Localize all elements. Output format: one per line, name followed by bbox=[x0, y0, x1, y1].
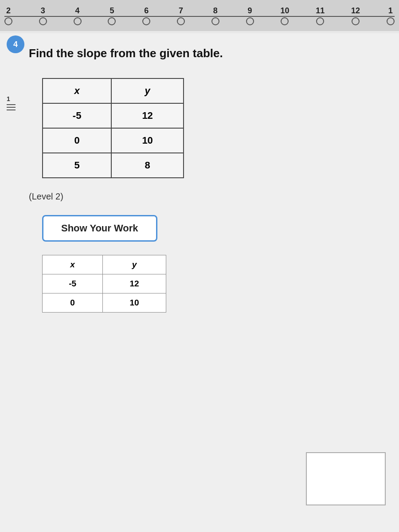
col-header-x: x bbox=[43, 78, 111, 103]
nl-item-circle bbox=[211, 17, 219, 25]
nl-item-circle bbox=[108, 17, 116, 25]
table-row: 010 bbox=[43, 128, 184, 153]
nl-item-label: 6 bbox=[144, 6, 149, 16]
nl-item: 1 bbox=[387, 6, 395, 25]
work-table: x y -512010 bbox=[42, 255, 166, 313]
work-table-wrapper: x y -512010 bbox=[42, 255, 386, 313]
table-cell: 0 bbox=[43, 128, 111, 153]
nl-item: 6 bbox=[142, 6, 150, 25]
nl-item-label: 2 bbox=[6, 6, 11, 16]
nl-item: 2 bbox=[4, 6, 12, 25]
nl-item-label: 11 bbox=[316, 6, 325, 16]
table-cell: -5 bbox=[43, 103, 111, 128]
level-label: (Level 2) bbox=[29, 192, 386, 202]
question-text: Find the slope from the given table. bbox=[29, 47, 386, 60]
table-cell: 0 bbox=[43, 293, 103, 313]
nl-item-circle bbox=[281, 17, 289, 25]
nl-item-circle bbox=[387, 17, 395, 25]
table-cell: 12 bbox=[111, 103, 184, 128]
table-cell: -5 bbox=[43, 274, 103, 293]
question-number-side: 1 bbox=[7, 95, 16, 110]
nl-item: 3 bbox=[39, 6, 47, 25]
nl-item: 7 bbox=[177, 6, 185, 25]
nl-item-label: 5 bbox=[110, 6, 114, 16]
nl-item: 5 bbox=[108, 6, 116, 25]
nl-item-circle bbox=[316, 17, 324, 25]
data-table-wrapper: x y -51201058 bbox=[42, 78, 386, 178]
nl-item: 12 bbox=[351, 6, 360, 25]
nl-item-label: 10 bbox=[280, 6, 289, 16]
table-row: -512 bbox=[43, 274, 166, 293]
nl-item-circle bbox=[142, 17, 150, 25]
table-cell: 10 bbox=[111, 128, 184, 153]
table-cell: 10 bbox=[103, 293, 166, 313]
answer-box bbox=[306, 452, 386, 505]
question-badge: 4 bbox=[7, 35, 24, 53]
nl-item: 11 bbox=[316, 6, 325, 25]
table-cell: 5 bbox=[43, 153, 111, 178]
nl-item-label: 7 bbox=[179, 6, 183, 16]
number-line-items: 234567891011121 bbox=[4, 6, 395, 25]
nl-item-label: 9 bbox=[248, 6, 252, 16]
table-row: 58 bbox=[43, 153, 184, 178]
question-badge-label: 4 bbox=[13, 40, 18, 49]
main-content: 1 Find the slope from the given table. x… bbox=[0, 33, 399, 532]
show-work-button[interactable]: Show Your Work bbox=[42, 215, 157, 242]
nl-item-circle bbox=[74, 17, 82, 25]
nl-item-label: 8 bbox=[213, 6, 218, 16]
number-line: 234567891011121 bbox=[4, 6, 395, 25]
nl-item-circle bbox=[177, 17, 185, 25]
number-line-container: 234567891011121 bbox=[0, 0, 399, 31]
col-header-y: y bbox=[111, 78, 184, 103]
nl-item: 8 bbox=[211, 6, 219, 25]
table-cell: 8 bbox=[111, 153, 184, 178]
table-row: -512 bbox=[43, 103, 184, 128]
work-col-header-y: y bbox=[103, 255, 166, 274]
lines-icon bbox=[7, 104, 16, 110]
nl-item-circle bbox=[39, 17, 47, 25]
question-number-label: 1 bbox=[7, 95, 10, 102]
nl-item-label: 12 bbox=[351, 6, 360, 16]
nl-item-label: 1 bbox=[388, 6, 393, 16]
nl-item-circle bbox=[4, 17, 12, 25]
work-col-header-x: x bbox=[43, 255, 103, 274]
nl-item: 10 bbox=[280, 6, 289, 25]
table-row: 010 bbox=[43, 293, 166, 313]
nl-item-circle bbox=[246, 17, 254, 25]
nl-item: 4 bbox=[74, 6, 82, 25]
nl-item: 9 bbox=[246, 6, 254, 25]
nl-item-label: 3 bbox=[41, 6, 45, 16]
nl-item-label: 4 bbox=[75, 6, 80, 16]
data-table: x y -51201058 bbox=[42, 78, 184, 178]
nl-item-circle bbox=[352, 17, 360, 25]
table-cell: 12 bbox=[103, 274, 166, 293]
